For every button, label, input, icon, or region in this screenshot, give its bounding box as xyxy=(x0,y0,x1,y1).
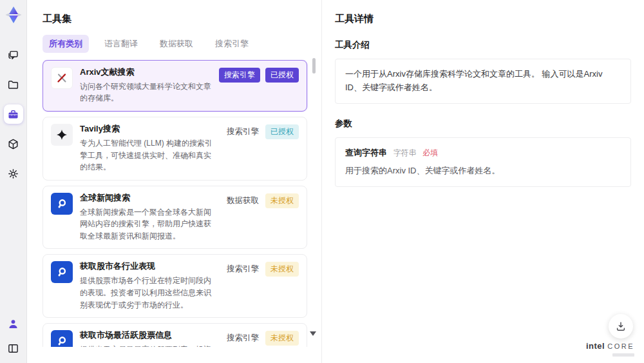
download-icon xyxy=(615,320,627,332)
tool-auth-badge: 已授权 xyxy=(265,124,299,139)
tool-description: 提供当天交易量最高的股票列表。投资者可以利用这些信息来识别流动性强的股票和潜在的… xyxy=(80,344,218,347)
tool-card[interactable]: Tavily搜索 专为人工智能代理 (LLM) 构建的搜索引擎工具，可快速提供实… xyxy=(43,117,307,181)
app-logo-icon xyxy=(4,5,23,25)
scrollbar-down-arrow-icon[interactable] xyxy=(310,331,316,336)
tool-card[interactable]: 获取股市各行业表现 提供股票市场各个行业在特定时间段内的表现。投资者可以利用这些… xyxy=(43,254,307,318)
panel-toggle-icon[interactable] xyxy=(4,338,23,358)
tool-card[interactable]: 获取市场最活跃股票信息 提供当天交易量最高的股票列表。投资者可以利用这些信息来识… xyxy=(43,323,307,347)
tool-title: 获取市场最活跃股票信息 xyxy=(80,330,218,341)
tool-title: 全球新闻搜索 xyxy=(80,193,218,204)
tool-main: 获取股市各行业表现 提供股票市场各个行业在特定时间段内的表现。投资者可以利用这些… xyxy=(80,261,218,311)
blue-search-icon xyxy=(51,261,73,283)
tool-title: Arxiv文献搜索 xyxy=(80,67,212,78)
intro-heading: 工具介绍 xyxy=(335,39,631,51)
tool-badges: 搜索引擎 已授权 xyxy=(219,67,299,104)
category-tab[interactable]: 所有类别 xyxy=(43,35,89,53)
tool-category-badge: 搜索引擎 xyxy=(225,331,260,346)
intel-wordmark: intel xyxy=(586,341,605,351)
param-required-badge: 必填 xyxy=(422,148,438,157)
tool-main: 获取市场最活跃股票信息 提供当天交易量最高的股票列表。投资者可以利用这些信息来识… xyxy=(80,330,218,347)
category-tab[interactable]: 数据获取 xyxy=(153,35,200,53)
tool-category-badge: 数据获取 xyxy=(225,193,260,208)
tool-badges: 搜索引擎 未授权 xyxy=(225,261,299,311)
tool-category-badge: 搜索引擎 xyxy=(225,262,260,277)
tool-description: 全球新闻搜索是一个聚合全球各大新闻网站内容的搜索引擎，帮助用户快速获取全球最新资… xyxy=(80,206,218,242)
left-rail xyxy=(0,0,27,363)
tool-description: 提供股票市场各个行业在特定时间段内的表现。投资者可以利用这些信息来识别表现优于或… xyxy=(80,275,218,311)
scrollbar-thumb[interactable] xyxy=(312,58,316,74)
tool-badges: 数据获取 未授权 xyxy=(225,193,299,242)
tool-list: Arxiv文献搜索 访问各个研究领域大量科学论文和文章的存储库。 搜索引擎 已授… xyxy=(43,60,321,347)
tool-main: Tavily搜索 专为人工智能代理 (LLM) 构建的搜索引擎工具，可快速提供实… xyxy=(80,124,218,173)
tool-title: Tavily搜索 xyxy=(80,124,218,135)
param-header: 查询字符串 字符串 必填 xyxy=(345,146,621,160)
blue-search-icon xyxy=(51,330,73,347)
tool-description: 访问各个研究领域大量科学论文和文章的存储库。 xyxy=(80,81,212,104)
tool-category-badge: 搜索引擎 xyxy=(219,68,260,83)
app-window: 工具集 所有类别语言翻译数据获取搜索引擎 Arxiv文献搜索 访问各个研究领域大… xyxy=(0,0,644,363)
tool-details-panel: 工具详情 工具介绍 一个用于从Arxiv存储库搜索科学论文和文章的工具。 输入可… xyxy=(322,0,644,363)
tool-auth-badge: 已授权 xyxy=(265,68,299,83)
tool-card[interactable]: 全球新闻搜索 全球新闻搜索是一个聚合全球各大新闻网站内容的搜索引擎，帮助用户快速… xyxy=(43,186,307,250)
intel-core-logo: intelcore xyxy=(586,340,634,357)
tool-card[interactable]: Arxiv文献搜索 访问各个研究领域大量科学论文和文章的存储库。 搜索引擎 已授… xyxy=(43,60,307,112)
tool-auth-badge: 未授权 xyxy=(265,262,299,277)
tools-panel-title: 工具集 xyxy=(43,13,321,25)
category-tabs: 所有类别语言翻译数据获取搜索引擎 xyxy=(43,35,321,53)
core-wordmark: core xyxy=(607,342,634,350)
rail-bottom xyxy=(4,314,23,358)
tool-description: 专为人工智能代理 (LLM) 构建的搜索引擎工具，可快速提供实时、准确和真实的结… xyxy=(80,137,218,173)
tool-auth-badge: 未授权 xyxy=(265,331,299,346)
param-type: 字符串 xyxy=(393,148,417,157)
tool-badges: 搜索引擎 未授权 xyxy=(225,330,299,347)
intel-sub-badge xyxy=(612,353,634,357)
rail-nav xyxy=(4,45,23,183)
param-description: 用于搜索的Arxiv ID、关键字或作者姓名。 xyxy=(345,164,621,178)
tool-category-badge: 搜索引擎 xyxy=(225,124,260,139)
download-button[interactable] xyxy=(609,314,633,338)
category-tab[interactable]: 搜索引擎 xyxy=(209,35,255,53)
blue-search-icon xyxy=(51,193,73,215)
folder-icon[interactable] xyxy=(4,75,23,94)
tool-title: 获取股市各行业表现 xyxy=(80,261,218,272)
briefcase-icon[interactable] xyxy=(4,104,23,124)
user-icon[interactable] xyxy=(4,314,23,333)
param-name: 查询字符串 xyxy=(345,148,387,157)
params-heading: 参数 xyxy=(335,118,631,130)
chat-icon[interactable] xyxy=(4,45,23,64)
tool-auth-badge: 未授权 xyxy=(265,193,299,208)
gear-icon[interactable] xyxy=(4,164,23,183)
cube-icon[interactable] xyxy=(4,134,23,153)
intro-box: 一个用于从Arxiv存储库搜索科学论文和文章的工具。 输入可以是Arxiv ID… xyxy=(335,59,631,104)
tool-main: 全球新闻搜索 全球新闻搜索是一个聚合全球各大新闻网站内容的搜索引擎，帮助用户快速… xyxy=(80,193,218,242)
tools-panel: 工具集 所有类别语言翻译数据获取搜索引擎 Arxiv文献搜索 访问各个研究领域大… xyxy=(27,0,322,363)
details-title: 工具详情 xyxy=(335,13,631,25)
category-tab[interactable]: 语言翻译 xyxy=(98,35,144,53)
star-icon xyxy=(51,124,73,146)
tool-main: Arxiv文献搜索 访问各个研究领域大量科学论文和文章的存储库。 xyxy=(80,67,212,104)
tool-badges: 搜索引擎 已授权 xyxy=(225,124,299,173)
param-box: 查询字符串 字符串 必填 用于搜索的Arxiv ID、关键字或作者姓名。 xyxy=(335,137,631,188)
arxiv-x-icon xyxy=(51,67,73,89)
